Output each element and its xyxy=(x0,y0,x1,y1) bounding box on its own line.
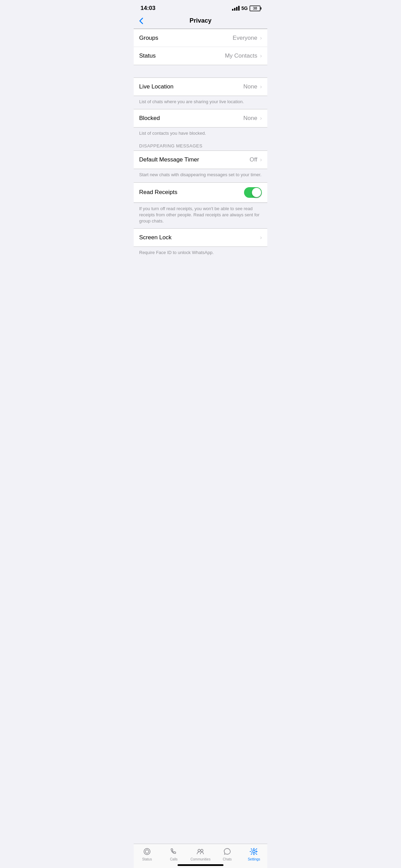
nav-bar: Privacy xyxy=(134,14,267,29)
privacy-section-1: Groups Everyone › Status My Contacts › xyxy=(134,29,267,65)
back-button[interactable] xyxy=(139,17,143,24)
read-receipts-section: Read Receipts xyxy=(134,182,267,203)
chevron-right-icon: › xyxy=(260,157,262,163)
default-message-timer-row[interactable]: Default Message Timer Off › xyxy=(134,151,267,169)
live-location-value: None › xyxy=(243,83,262,90)
section-gap-1 xyxy=(134,65,267,77)
status-label: Status xyxy=(139,52,156,59)
chevron-right-icon: › xyxy=(260,84,262,90)
privacy-section-3: Blocked None › xyxy=(134,109,267,128)
status-time: 14:03 xyxy=(141,5,155,12)
groups-row[interactable]: Groups Everyone › xyxy=(134,29,267,47)
live-location-label: Live Location xyxy=(139,83,173,90)
screen-lock-note: Require Face ID to unlock WhatsApp. xyxy=(134,247,267,260)
chevron-right-icon: › xyxy=(260,115,262,121)
blocked-value: None › xyxy=(243,115,262,122)
groups-label: Groups xyxy=(139,35,158,41)
blocked-label: Blocked xyxy=(139,115,160,122)
read-receipts-row: Read Receipts xyxy=(134,183,267,203)
screen-lock-value: › xyxy=(259,234,262,241)
status-icons: 5G 38 xyxy=(232,5,260,11)
status-value: My Contacts › xyxy=(225,52,262,59)
battery-icon: 38 xyxy=(250,5,260,11)
blocked-note: List of contacts you have blocked. xyxy=(134,128,267,141)
status-row[interactable]: Status My Contacts › xyxy=(134,47,267,65)
blocked-row[interactable]: Blocked None › xyxy=(134,109,267,127)
disappearing-messages-note: Start new chats with disappearing messag… xyxy=(134,169,267,182)
network-type: 5G xyxy=(241,5,248,11)
live-location-note: List of chats where you are sharing your… xyxy=(134,96,267,109)
signal-bars-icon xyxy=(232,6,240,11)
disappearing-messages-section: Default Message Timer Off › xyxy=(134,150,267,169)
screen-lock-row[interactable]: Screen Lock › xyxy=(134,229,267,246)
page-title: Privacy xyxy=(190,17,211,24)
read-receipts-toggle[interactable] xyxy=(244,187,262,198)
page-content: Groups Everyone › Status My Contacts › L… xyxy=(134,29,267,294)
read-receipts-note: If you turn off read receipts, you won't… xyxy=(134,203,267,229)
screen-lock-section: Screen Lock › xyxy=(134,228,267,247)
status-bar: 14:03 5G 38 xyxy=(134,0,267,14)
default-message-timer-value: Off › xyxy=(250,156,262,163)
privacy-section-2: Live Location None › xyxy=(134,77,267,96)
chevron-right-icon: › xyxy=(260,234,262,241)
default-message-timer-label: Default Message Timer xyxy=(139,156,199,163)
toggle-thumb xyxy=(252,188,261,197)
groups-value: Everyone › xyxy=(233,35,262,41)
read-receipts-label: Read Receipts xyxy=(139,189,178,196)
screen-lock-label: Screen Lock xyxy=(139,234,172,241)
chevron-right-icon: › xyxy=(260,35,262,41)
live-location-row[interactable]: Live Location None › xyxy=(134,78,267,96)
disappearing-messages-header: DISAPPEARING MESSAGES xyxy=(134,141,267,150)
chevron-right-icon: › xyxy=(260,53,262,59)
